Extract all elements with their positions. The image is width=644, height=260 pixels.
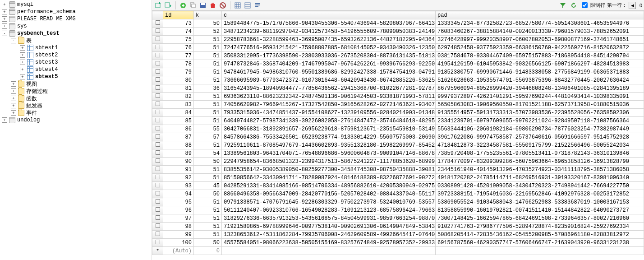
cell-k[interactable]: 51 — [194, 231, 222, 239]
cell-k[interactable]: 55 — [194, 125, 222, 133]
row-selector[interactable] — [152, 76, 163, 84]
cell-k[interactable]: 51 — [194, 101, 222, 109]
expander-icon[interactable]: + — [2, 2, 7, 7]
expander-icon[interactable]: + — [20, 60, 25, 65]
cell-pad[interactable]: 81358855990-16019702821-00741511410-1514… — [436, 206, 644, 214]
cell-pad[interactable]: 23445161940-40145913296-47035274923-0341… — [436, 166, 644, 174]
cell-pad[interactable]: 32746428997-99920358907-06007802053-6980… — [436, 36, 644, 44]
expander-icon[interactable]: + — [20, 74, 25, 79]
row-selector[interactable] — [152, 109, 163, 117]
folder-procs[interactable]: +存储过程 — [0, 88, 152, 95]
row-selector[interactable] — [152, 206, 163, 214]
row-selector[interactable] — [152, 141, 163, 149]
cell-id[interactable]: 84 — [163, 109, 194, 117]
row-selector[interactable] — [152, 28, 163, 36]
cell-c[interactable]: 74056620982-79669415267-17327542850-3916… — [222, 101, 436, 109]
cell-id[interactable]: 77 — [163, 52, 194, 60]
cell-id[interactable]: 97 — [163, 214, 194, 223]
col-header-k[interactable]: k — [194, 11, 222, 19]
table-row[interactable]: 925185150856642-33430941711-78289087924-… — [152, 174, 644, 182]
cell-id[interactable]: 86 — [163, 125, 194, 133]
cell-k[interactable]: 51 — [194, 76, 222, 84]
table-row[interactable]: 985171921580865-69788999646-00977538140-… — [152, 223, 644, 231]
row-selector[interactable] — [152, 190, 163, 198]
table-row[interactable]: 805173666695989-67793472372-01073016448-… — [152, 76, 644, 84]
cell-k[interactable]: 50 — [194, 190, 222, 198]
row-selector[interactable] — [152, 174, 163, 182]
table-row[interactable]: 905022947958654-83668501323-23994317513-… — [152, 158, 644, 166]
cell-id[interactable]: 100 — [163, 239, 194, 247]
row-selector[interactable] — [152, 19, 163, 28]
expander-icon[interactable]: + — [11, 103, 16, 108]
cell-id[interactable]: 94 — [163, 190, 194, 198]
cell-c[interactable]: 94784617945-94986310760-95501389686-8299… — [222, 68, 436, 76]
cell-k[interactable]: 51 — [194, 60, 222, 68]
table-row[interactable]: 915183855356142-03005389050-80259277300-… — [152, 166, 644, 174]
table-row[interactable]: 765172474776516-95931215421-75968807885-… — [152, 44, 644, 52]
cell-k[interactable]: 51 — [194, 109, 222, 117]
cell-id[interactable]: 76 — [163, 44, 194, 52]
cell-k[interactable]: 51 — [194, 44, 222, 52]
cell-pad[interactable]: 17784770097-83209309286-56075963664-6965… — [436, 158, 644, 166]
cell-id[interactable]: 88 — [163, 141, 194, 149]
cell-pad[interactable]: 49181720282-24785114711-68269516931-3919… — [436, 174, 644, 182]
row-selector-new[interactable]: * — [152, 247, 163, 255]
table-row[interactable]: 855164049744827-57987341339-39226082058-… — [152, 117, 644, 125]
expander-icon[interactable]: + — [20, 52, 25, 58]
table-row[interactable]: 735015894484775-15717075866-90430455306-… — [152, 19, 644, 28]
table-row[interactable]: 785197478732846-33687404209-17467995047-… — [152, 60, 644, 68]
cell-k[interactable]: 52 — [194, 28, 222, 36]
cell-pad[interactable]: 51626628663-10535574701-55693875396-8843… — [436, 76, 644, 84]
folder-views[interactable]: +视图 — [0, 80, 152, 88]
row-selector[interactable] — [152, 125, 163, 133]
cell-id[interactable]: 85 — [163, 117, 194, 125]
expander-icon[interactable]: + — [2, 117, 7, 123]
table-row[interactable]: 895413389561803-96431704071-76548896686-… — [152, 149, 644, 158]
cell-c[interactable]: 13238653612-45311862284-79935706008-2462… — [222, 231, 436, 239]
data-grid[interactable]: id k c pad 735015894484775-15717075866-9… — [152, 11, 644, 260]
cell-id[interactable]: 95 — [163, 198, 194, 206]
table-row[interactable]: 965150111240407-06923310766-16549028283-… — [152, 206, 644, 214]
cell-k[interactable]: 51 — [194, 166, 222, 174]
cell-pad[interactable]: 13333457234-87732582723-68527580774-5051… — [436, 19, 644, 28]
cell-c[interactable] — [222, 247, 436, 255]
cell-c[interactable]: 09791338571-47076791645-92286303329-9750… — [222, 198, 436, 206]
cell-k[interactable]: 54 — [194, 149, 222, 158]
cell-pad[interactable]: 69156787560-46290357747-57606466747-2163… — [436, 239, 644, 247]
cell-c[interactable]: 22947958654-83668501323-23994317513-5867… — [222, 158, 436, 166]
folder-events[interactable]: +事件 — [0, 109, 152, 116]
expander-icon[interactable]: + — [11, 96, 16, 101]
table-row[interactable]: 885179259110611-87085497679-14436602893-… — [152, 141, 644, 149]
row-selector-header[interactable] — [152, 11, 163, 19]
cell-pad[interactable]: 86795966094-80528999420-39446808248-1340… — [436, 84, 644, 93]
cell-pad[interactable]: 91027741763-27986777506-52894728874-8235… — [436, 223, 644, 231]
cell-c[interactable]: 31654243945-18940984477-77856436562-2941… — [222, 84, 436, 93]
cell-pad[interactable]: 50868205414-72835436162-05455200985-5708… — [436, 231, 644, 239]
cell-pad[interactable]: 62974852458-93775923359-66386150760-9422… — [436, 44, 644, 52]
cell-k[interactable]: 50 — [194, 158, 222, 166]
cell-id[interactable]: 81 — [163, 84, 194, 93]
cell-c[interactable]: 22958783661-32288599463-36995007435-6593… — [222, 36, 436, 44]
row-selector[interactable] — [152, 93, 163, 101]
row-selector[interactable] — [152, 158, 163, 166]
expander-icon[interactable]: + — [11, 110, 16, 116]
cell-k[interactable]: 36 — [194, 84, 222, 93]
db-mysql[interactable]: +mysql — [0, 1, 152, 8]
db-please-read-me[interactable]: +PLEASE_READ_ME_XMG — [0, 15, 152, 23]
grid-view-button[interactable] — [233, 1, 242, 10]
table-row[interactable]: 975131829276336-66357913253-54356168575-… — [152, 214, 644, 223]
table-row[interactable]: 865530427066831-31892891657-26956229618-… — [152, 125, 644, 133]
cell-k[interactable]: 51 — [194, 36, 222, 44]
cell-c[interactable]: 73666695989-67793472372-01073016448-6042… — [222, 76, 436, 84]
table-row[interactable]: 995113238653612-45311862284-79935706008-… — [152, 231, 644, 239]
cell-c[interactable]: 72474776516-95931215421-75968807885-6810… — [222, 44, 436, 52]
cell-c[interactable]: 71921580865-69788999646-00977538140-0090… — [222, 223, 436, 231]
cell-k[interactable]: 51 — [194, 93, 222, 101]
cell-c[interactable]: 79259110611-87085497679-14436602893-9355… — [222, 141, 436, 149]
limit-rows-checkbox[interactable] — [582, 2, 588, 8]
cell-k[interactable]: 51 — [194, 68, 222, 76]
cell-c[interactable]: 04285291331-83414085166-98514706334-4895… — [222, 182, 436, 190]
db-tree[interactable]: +mysql+performance_schema+PLEASE_READ_ME… — [0, 0, 152, 260]
col-header-c[interactable]: c — [222, 11, 436, 19]
cell-k[interactable]: 50 — [194, 239, 222, 247]
